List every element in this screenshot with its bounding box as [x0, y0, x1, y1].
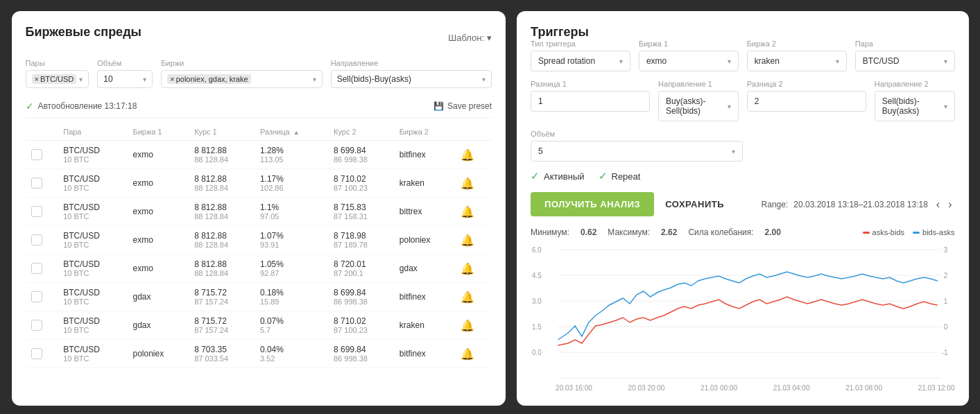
direction2-label: Направление 2: [875, 80, 955, 88]
legend-label-asks-bids: asks-bids: [872, 228, 904, 236]
row-bell-cell: 🔔: [455, 198, 492, 226]
row-price1: 8 812.88: [194, 174, 249, 184]
row-exchange1: exmo: [127, 141, 189, 169]
chevron-down-icon: ▾: [482, 76, 485, 83]
exchange1-group: Биржа 1 exmo ▾: [639, 40, 739, 71]
trigger-type-select[interactable]: Spread rotation ▾: [531, 51, 630, 71]
row-price2: 8 718.98: [334, 231, 388, 241]
row-price2: 8 710.02: [334, 316, 388, 326]
x-label-1: 20.03 16:00: [556, 384, 592, 392]
exchange2-select[interactable]: kraken ▾: [747, 51, 847, 71]
exchange1-select[interactable]: exmo ▾: [639, 51, 739, 71]
pair-select[interactable]: BTC/USD ▾: [855, 51, 955, 71]
table-row: BTC/USD 10 BTC exmo 8 812.88 88 128.84 1…: [26, 169, 492, 198]
row-price2-sub: 87 100.23: [334, 184, 388, 192]
min-label: Минимум:: [531, 227, 569, 237]
row-checkbox[interactable]: [31, 234, 42, 245]
row-pair-sub: 10 BTC: [63, 155, 121, 164]
exchange2-label: Биржа 2: [747, 40, 847, 48]
check-icon: ✓: [26, 101, 34, 112]
direction-label: Направление: [331, 59, 492, 67]
range-next-button[interactable]: ›: [945, 198, 954, 211]
row-pair: BTC/USD: [63, 231, 121, 241]
repeat-checkbox[interactable]: ✓ Repeat: [599, 170, 641, 182]
row-price1-sub: 88 128.84: [194, 269, 249, 277]
swing-label: Сила колебания:: [688, 227, 753, 237]
row-diff-val: 5.7: [260, 326, 323, 334]
row-price1-sub: 87 157.24: [194, 297, 249, 306]
save-icon: 💾: [433, 101, 444, 111]
row-checkbox[interactable]: [31, 320, 42, 331]
row-checkbox[interactable]: [31, 206, 42, 217]
chevron-down-icon: ▾: [619, 58, 623, 65]
row-checkbox[interactable]: [31, 348, 42, 359]
chart-area: 6.0 4.5 3.0 1.5 0.0 3 2 1 0 -1: [531, 243, 954, 381]
row-diff-pct: 0.18%: [260, 288, 323, 297]
row-checkbox[interactable]: [31, 263, 42, 274]
row-diff-pct: 0.07%: [260, 316, 323, 326]
row-exchange2: bitfinex: [394, 141, 456, 169]
row-price1-cell: 8 812.88 88 128.84: [189, 226, 255, 255]
bell-icon[interactable]: 🔔: [461, 149, 474, 161]
x-axis-labels: 20.03 16:00 20.03 20:00 21.03 00:00 21.0…: [531, 381, 954, 392]
row-pair-cell: BTC/USD 10 BTC: [58, 255, 127, 283]
row-bell-cell: 🔔: [455, 169, 492, 198]
svg-text:0.0: 0.0: [532, 349, 542, 356]
row-checkbox[interactable]: [31, 178, 42, 189]
range-prev-button[interactable]: ‹: [934, 198, 943, 211]
bell-icon[interactable]: 🔔: [461, 178, 474, 189]
active-checkbox[interactable]: ✓ Активный: [531, 170, 584, 182]
row-diff-val: 102.86: [260, 184, 323, 192]
chevron-down-icon: ▾: [143, 76, 146, 83]
bell-icon[interactable]: 🔔: [461, 206, 474, 218]
analyze-button[interactable]: ПОЛУЧИТЬ АНАЛИЗ: [531, 192, 654, 216]
row-exchange1: exmo: [127, 255, 189, 283]
row-checkbox[interactable]: [31, 149, 42, 160]
direction2-select[interactable]: Sell(bids)-Buy(asks) ▾: [875, 91, 955, 121]
bell-icon[interactable]: 🔔: [461, 234, 474, 246]
volume-group: Объём 5 ▾: [531, 130, 743, 162]
check-icon: ✓: [531, 170, 540, 182]
row-diff-pct: 1.1%: [260, 202, 323, 212]
row-checkbox[interactable]: [31, 291, 42, 302]
row-bell-cell: 🔔: [455, 226, 492, 255]
col-diff[interactable]: Разница ▲: [255, 123, 328, 141]
exchanges-select[interactable]: × poloniex, gdax, krake ▾: [161, 70, 322, 88]
row-exchange2: bittrex: [394, 198, 456, 226]
row-exchange1: exmo: [127, 226, 189, 255]
row-price2-sub: 86 998.38: [334, 155, 388, 164]
bell-icon[interactable]: 🔔: [461, 263, 474, 275]
bell-icon[interactable]: 🔔: [461, 291, 474, 303]
diff1-input[interactable]: [531, 91, 650, 112]
row-diff-cell: 1.17% 102.86: [255, 169, 328, 198]
trigger-type-label: Тип триггера: [531, 40, 630, 48]
pairs-label: Пары: [26, 59, 89, 67]
sort-arrow-icon: ▲: [293, 129, 300, 136]
row-check-cell: [26, 255, 58, 283]
chevron-down-icon: ▾: [728, 103, 731, 110]
row-pair: BTC/USD: [63, 288, 121, 297]
row-price1-sub: 88 128.84: [194, 155, 249, 164]
diff2-input[interactable]: [747, 91, 866, 112]
shablon-dropdown[interactable]: Шаблон: ▾: [448, 33, 492, 43]
direction1-label: Направление 1: [658, 80, 739, 88]
volume-select[interactable]: 5 ▾: [531, 141, 743, 162]
row-diff-cell: 1.05% 92.87: [255, 255, 328, 283]
max-value: 2.62: [661, 227, 677, 237]
save-button[interactable]: СОХРАНИТЬ: [665, 199, 724, 209]
table-row: BTC/USD 10 BTC poloniex 8 703.35 87 033.…: [26, 340, 492, 368]
bell-icon[interactable]: 🔔: [461, 320, 474, 331]
active-label: Активный: [544, 171, 584, 182]
pair-group: Пара BTC/USD ▾: [855, 40, 955, 71]
bell-icon[interactable]: 🔔: [461, 348, 474, 360]
row-pair: BTC/USD: [63, 174, 121, 184]
direction-select[interactable]: Sell(bids)-Buy(asks) ▾: [331, 70, 492, 88]
table-row: BTC/USD 10 BTC gdax 8 715.72 87 157.24 0…: [26, 311, 492, 340]
row-price1: 8 703.35: [194, 345, 249, 354]
row-diff-pct: 1.17%: [260, 174, 323, 184]
pairs-select[interactable]: × BTC/USD ▾: [26, 70, 89, 88]
direction2-group: Направление 2 Sell(bids)-Buy(asks) ▾: [875, 80, 955, 121]
save-preset-button[interactable]: 💾 Save preset: [433, 101, 492, 111]
volume-select[interactable]: 10 ▾: [97, 70, 153, 88]
direction1-select[interactable]: Buy(asks)-Sell(bids) ▾: [658, 91, 739, 121]
